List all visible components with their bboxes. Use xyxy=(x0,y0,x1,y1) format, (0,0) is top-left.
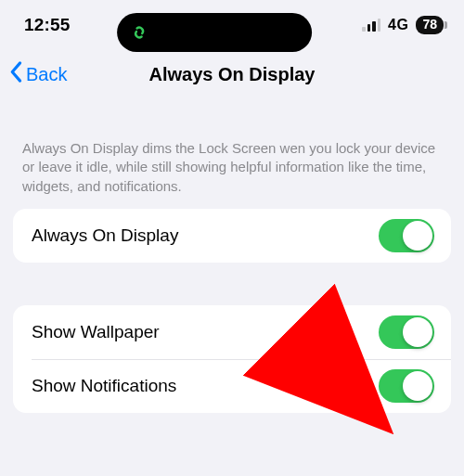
toggle-show-notifications[interactable] xyxy=(379,369,434,403)
network-label: 4G xyxy=(388,17,408,33)
link-icon xyxy=(128,21,150,44)
chevron-left-icon xyxy=(9,61,24,88)
page-title: Always On Display xyxy=(149,64,316,85)
row-label: Show Wallpaper xyxy=(32,322,160,342)
section-description: Always On Display dims the Lock Screen w… xyxy=(0,98,464,209)
status-right: 4G 78 xyxy=(362,16,444,34)
status-time: 12:55 xyxy=(24,15,71,35)
back-button[interactable]: Back xyxy=(9,61,67,88)
back-label: Back xyxy=(26,64,67,85)
cellular-bars-icon xyxy=(362,19,380,32)
nav-bar: Back Always On Display xyxy=(0,50,464,98)
row-show-notifications: Show Notifications xyxy=(13,359,451,413)
toggle-show-wallpaper[interactable] xyxy=(379,315,434,349)
row-always-on-display: Always On Display xyxy=(13,209,451,263)
row-show-wallpaper: Show Wallpaper xyxy=(13,305,451,359)
row-label: Show Notifications xyxy=(32,376,176,396)
toggle-always-on-display[interactable] xyxy=(379,219,434,252)
battery-indicator: 78 xyxy=(416,16,444,34)
row-label: Always On Display xyxy=(32,225,178,246)
dynamic-island xyxy=(117,13,312,52)
status-bar: 12:55 4G 78 xyxy=(0,0,464,50)
settings-group-main: Always On Display xyxy=(13,209,451,263)
settings-group-options: Show Wallpaper Show Notifications xyxy=(13,305,451,413)
